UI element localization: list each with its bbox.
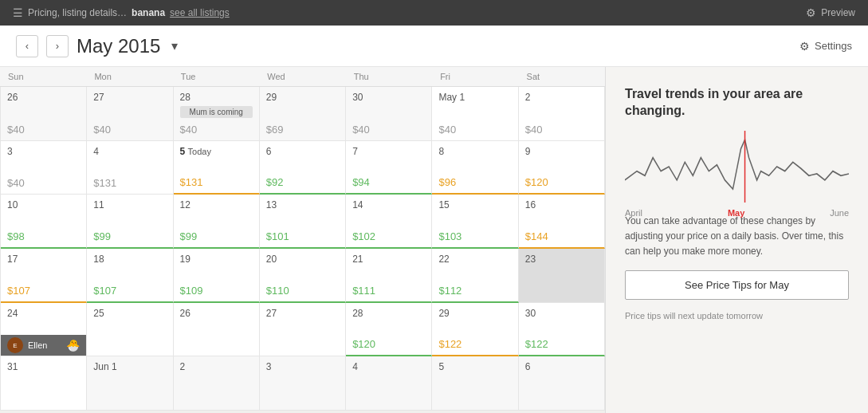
price-tips-button[interactable]: See Price Tips for May	[625, 270, 849, 300]
calendar-cell[interactable]: 8$96	[432, 141, 518, 195]
cell-price: $96	[438, 176, 511, 188]
cell-date: 29	[438, 308, 511, 319]
calendar-cell[interactable]: 5	[432, 356, 518, 411]
chart-labels: April May June	[625, 208, 849, 218]
settings-button[interactable]: ⚙ Settings	[799, 40, 852, 53]
cell-date: 6	[525, 361, 598, 372]
calendar-cell[interactable]: 2$40	[519, 87, 605, 141]
calendar-cell[interactable]: 2	[174, 356, 260, 411]
listing-name: banana	[132, 7, 165, 18]
breadcrumb: Pricing, listing details…	[28, 7, 127, 18]
calendar-cell[interactable]: 10$98	[1, 195, 87, 249]
cell-date: Jun 1	[93, 361, 166, 372]
calendar-cell[interactable]: 18$107	[87, 249, 173, 303]
cell-date: 25	[93, 308, 166, 319]
cell-date: 23	[525, 254, 598, 265]
cell-date: 17	[7, 254, 80, 265]
calendar-cell[interactable]: 15$103	[432, 195, 518, 249]
calendar-cell[interactable]: 4$131	[87, 141, 173, 195]
calendar-cell[interactable]: 26	[174, 303, 260, 357]
guest-name: Ellen	[28, 340, 47, 350]
cell-date: 5 Today	[180, 146, 253, 157]
calendar-cell[interactable]: 20$110	[260, 249, 346, 303]
calendar-cell[interactable]: 12$99	[174, 195, 260, 249]
calendar-cell[interactable]: 25	[87, 303, 173, 357]
calendar-cell[interactable]: 30$40	[346, 87, 432, 141]
calendar-cell[interactable]: 31	[1, 356, 87, 411]
calendar-cell[interactable]: 6$92	[260, 141, 346, 195]
calendar-cell[interactable]: 23	[519, 249, 605, 303]
calendar-cell[interactable]: 19$109	[174, 249, 260, 303]
calendar-cell[interactable]: 13$101	[260, 195, 346, 249]
calendar-cell[interactable]: 28$120	[346, 303, 432, 357]
cell-price: $40	[525, 124, 598, 136]
calendar-header: ‹ › May 2015 ▾ ⚙ Settings	[0, 26, 868, 67]
calendar-cell[interactable]: Jun 1	[87, 356, 173, 411]
cell-price: $103	[438, 230, 511, 242]
cell-price: $94	[352, 176, 425, 188]
cell-date: 19	[180, 254, 253, 265]
calendar-cell[interactable]: 29$122	[432, 303, 518, 357]
cell-price: $131	[93, 177, 166, 189]
settings-icon: ⚙	[799, 40, 810, 53]
cell-date: 2	[180, 361, 253, 372]
cell-date: 27	[266, 308, 339, 319]
calendar-cell[interactable]: 7$94	[346, 141, 432, 195]
calendar-cell[interactable]: 29$69	[260, 87, 346, 141]
calendar-cell[interactable]: 5 Today$131	[174, 141, 260, 195]
month-dropdown-arrow[interactable]: ▾	[171, 38, 178, 53]
calendar-cell[interactable]: 17$107	[1, 249, 87, 303]
day-fri: Fri	[432, 67, 518, 86]
cell-date: 14	[352, 199, 425, 210]
cell-date: 6	[266, 146, 339, 157]
calendar-cell[interactable]: 21$111	[346, 249, 432, 303]
calendar-cell[interactable]: 14$102	[346, 195, 432, 249]
calendar-cell[interactable]: 27$40	[87, 87, 173, 141]
cell-date: 15	[438, 199, 511, 210]
preview-button[interactable]: ⚙ Preview	[806, 6, 855, 19]
calendar-cell[interactable]: 11$99	[87, 195, 173, 249]
calendar-cell[interactable]: 30$122	[519, 303, 605, 357]
cell-price: $110	[266, 285, 339, 297]
calendar-cell[interactable]: 3$40	[1, 141, 87, 195]
calendar-cell[interactable]: 28Mum is coming$40	[174, 87, 260, 141]
calendar-cell[interactable]: 16$144	[519, 195, 605, 249]
cell-date: 2	[525, 92, 598, 103]
cell-price: $99	[180, 230, 253, 242]
month-navigation: ‹ › May 2015 ▾	[16, 35, 178, 57]
calendar-cell[interactable]: May 1$40	[432, 87, 518, 141]
chart-label-may: May	[728, 208, 744, 218]
avatar: E	[7, 337, 23, 353]
cell-date: 28	[352, 308, 425, 319]
calendar-cell[interactable]: 27	[260, 303, 346, 357]
cell-date: 20	[266, 254, 339, 265]
cell-price: $112	[438, 285, 511, 297]
cell-date: 27	[93, 92, 166, 103]
calendar-cell[interactable]: 9$120	[519, 141, 605, 195]
prev-month-button[interactable]: ‹	[16, 35, 38, 57]
calendar-cell[interactable]: 26$40	[1, 87, 87, 141]
trend-chart: April May June	[625, 131, 849, 203]
day-thu: Thu	[346, 67, 432, 86]
cell-price: $101	[266, 230, 339, 242]
cell-price: $122	[525, 338, 598, 350]
top-nav-left: ☰ Pricing, listing details… banana see a…	[13, 6, 230, 19]
cell-date: 3	[7, 146, 80, 157]
calendar-cell[interactable]: 24EEllen🐣	[1, 303, 87, 357]
cell-price: $40	[352, 124, 425, 136]
next-month-button[interactable]: ›	[46, 35, 69, 57]
month-title: May 2015	[77, 35, 160, 57]
guest-reservation-bar: EEllen🐣	[1, 335, 86, 356]
calendar-cell[interactable]: 22$112	[432, 249, 518, 303]
calendar-cell[interactable]: 4	[346, 356, 432, 411]
cell-date: 7	[352, 146, 425, 157]
preview-icon: ⚙	[806, 6, 816, 19]
menu-icon[interactable]: ☰	[13, 6, 23, 19]
see-all-listings-link[interactable]: see all listings	[170, 7, 230, 18]
calendar-cell[interactable]: 3	[260, 356, 346, 411]
main-content: Sun Mon Tue Wed Thu Fri Sat 26$4027$4028…	[0, 67, 868, 413]
cell-event: Mum is coming	[180, 106, 253, 118]
cell-date: 26	[180, 308, 253, 319]
calendar-cell[interactable]: 6	[519, 356, 605, 411]
cell-date: 18	[93, 254, 166, 265]
